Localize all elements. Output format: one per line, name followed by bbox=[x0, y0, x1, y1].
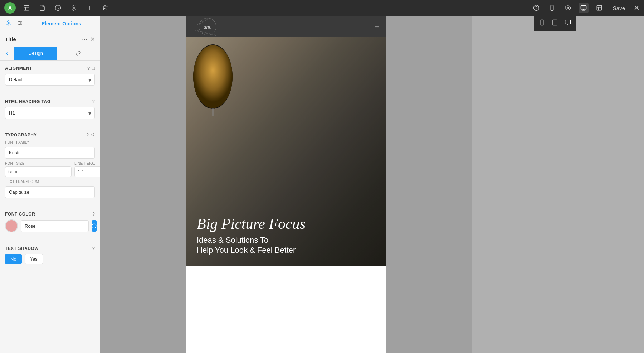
svg-rect-6 bbox=[551, 5, 553, 11]
tab-link[interactable] bbox=[57, 47, 100, 60]
panel-tabs-row: Element Options bbox=[0, 16, 100, 32]
delete-icon[interactable] bbox=[100, 3, 110, 13]
heading-tag-select-wrapper[interactable]: H1 H2 H3 bbox=[5, 107, 95, 119]
close-button[interactable]: ✕ bbox=[634, 4, 640, 12]
shadow-yes-button[interactable]: Yes bbox=[25, 254, 43, 264]
pages-icon[interactable] bbox=[37, 3, 47, 13]
hero-subtitle-line1: Ideas & Solutions To bbox=[197, 236, 268, 245]
divider-3 bbox=[5, 205, 95, 205]
more-options-icon[interactable]: ··· bbox=[82, 35, 87, 43]
hero-subtitle: Ideas & Solutions To Help You Look & Fee… bbox=[197, 235, 306, 256]
alignment-select[interactable]: Default Left Center Right bbox=[5, 74, 95, 86]
right-side bbox=[472, 16, 644, 353]
device-desktop-icon[interactable] bbox=[563, 18, 572, 29]
alignment-reset-icon[interactable]: □ bbox=[92, 66, 95, 71]
svg-rect-17 bbox=[565, 20, 571, 24]
panel-close-icon[interactable]: ✕ bbox=[90, 36, 95, 43]
mobile-preview-icon[interactable] bbox=[547, 3, 557, 13]
heading-tag-header: HTML Heading Tag ? bbox=[5, 99, 95, 104]
font-family-input[interactable] bbox=[5, 147, 95, 159]
text-transform-input[interactable] bbox=[5, 186, 95, 198]
hero-script-text: Big Picture Focus bbox=[197, 215, 306, 232]
panel-header-actions: ··· ✕ bbox=[82, 35, 95, 43]
left-panel: Element Options Title ··· ✕ Design bbox=[0, 16, 100, 353]
line-height-input[interactable] bbox=[74, 166, 100, 177]
typography-icons: ? ↺ bbox=[86, 132, 95, 137]
desktop-active-icon[interactable] bbox=[579, 3, 589, 13]
font-size-input[interactable] bbox=[5, 166, 72, 177]
svg-point-24 bbox=[19, 21, 20, 22]
svg-point-20 bbox=[8, 22, 9, 24]
svg-rect-0 bbox=[24, 5, 29, 10]
font-color-row bbox=[5, 219, 95, 232]
font-family-group: FONT FAMILY bbox=[5, 140, 95, 159]
logo-svg: ann ANOTHER MILLION MILES BIG PICTURE FO… bbox=[195, 17, 220, 37]
font-color-label: Font Color bbox=[5, 212, 35, 217]
color-name-input[interactable] bbox=[21, 220, 89, 232]
layout-icon[interactable] bbox=[594, 3, 604, 13]
panel-header: Title ··· ✕ bbox=[0, 32, 100, 47]
toolbar-right: Save ✕ bbox=[531, 3, 640, 13]
shadow-no-button[interactable]: No bbox=[5, 254, 22, 264]
font-color-header: Font Color ? bbox=[5, 211, 95, 217]
svg-point-8 bbox=[567, 7, 569, 9]
save-button[interactable]: Save bbox=[610, 4, 628, 13]
svg-rect-15 bbox=[541, 20, 543, 25]
hero-area: Big Picture Focus Ideas & Solutions To H… bbox=[186, 37, 386, 266]
font-color-help-icon[interactable]: ? bbox=[92, 211, 95, 217]
text-transform-group: TEXT TRANSFORM bbox=[5, 180, 95, 198]
tab-arrow-icon[interactable] bbox=[0, 47, 14, 60]
alignment-select-wrapper[interactable]: Default Left Center Right bbox=[5, 74, 95, 86]
eye-icon[interactable] bbox=[563, 3, 573, 13]
tab-design[interactable]: Design bbox=[14, 47, 57, 60]
typography-label: Typography bbox=[5, 132, 37, 137]
design-tabs: Design bbox=[0, 47, 100, 61]
heading-help-icon[interactable]: ? bbox=[92, 99, 95, 104]
divider-2 bbox=[5, 126, 95, 126]
site-logo: ann ANOTHER MILLION MILES BIG PICTURE FO… bbox=[193, 18, 222, 35]
layers-icon[interactable] bbox=[21, 3, 31, 13]
lamp-decor bbox=[190, 37, 236, 117]
svg-text:BIG PICTURE FOCUS: BIG PICTURE FOCUS bbox=[195, 29, 216, 36]
app-logo[interactable]: A bbox=[4, 2, 16, 14]
panel-sliders-icon[interactable] bbox=[16, 19, 24, 29]
settings-icon[interactable] bbox=[69, 3, 79, 13]
svg-rect-12 bbox=[597, 5, 602, 10]
add-icon[interactable] bbox=[84, 3, 94, 13]
text-shadow-section: Text Shadow ? No Yes bbox=[5, 246, 95, 264]
logo-text: A bbox=[8, 5, 12, 11]
site-header: ann ANOTHER MILLION MILES BIG PICTURE FO… bbox=[186, 16, 386, 37]
text-shadow-header: Text Shadow ? bbox=[5, 246, 95, 251]
svg-rect-16 bbox=[553, 20, 557, 25]
color-swatch[interactable] bbox=[5, 219, 18, 232]
text-shadow-toggle: No Yes bbox=[5, 254, 95, 264]
heading-tag-label: HTML Heading Tag bbox=[5, 99, 51, 104]
svg-point-35 bbox=[193, 45, 233, 108]
hero-subtitle-line2: Help You Look & Feel Better bbox=[197, 246, 296, 255]
text-shadow-label: Text Shadow bbox=[5, 246, 39, 251]
typography-help-icon[interactable]: ? bbox=[86, 132, 89, 137]
heading-tag-select[interactable]: H1 H2 H3 bbox=[5, 107, 95, 119]
text-shadow-help-icon[interactable]: ? bbox=[92, 246, 95, 251]
typography-header: Typography ? ↺ bbox=[5, 132, 95, 137]
device-mobile-icon[interactable] bbox=[537, 18, 547, 29]
hamburger-menu[interactable]: ≡ bbox=[375, 22, 379, 31]
svg-text:ann: ann bbox=[204, 24, 212, 30]
line-height-group: LINE HEIG... bbox=[74, 161, 100, 177]
history-icon[interactable] bbox=[53, 3, 63, 13]
panel-settings-icon[interactable] bbox=[4, 19, 13, 29]
typography-reset-icon[interactable]: ↺ bbox=[91, 132, 95, 137]
text-shadow-icons: ? bbox=[92, 246, 95, 251]
color-picker-button[interactable] bbox=[92, 220, 97, 232]
panel-body: Alignment ? □ Default Left Center Right bbox=[0, 61, 100, 353]
website-preview: ann ANOTHER MILLION MILES BIG PICTURE FO… bbox=[186, 16, 386, 353]
alignment-help-icon[interactable]: ? bbox=[87, 66, 90, 71]
svg-point-2 bbox=[73, 7, 75, 9]
device-tablet-icon[interactable] bbox=[550, 18, 560, 29]
line-height-label: LINE HEIG... bbox=[74, 161, 100, 165]
help-icon[interactable] bbox=[531, 3, 541, 13]
svg-point-26 bbox=[19, 24, 20, 25]
alignment-header: Alignment ? □ bbox=[5, 66, 95, 71]
svg-point-25 bbox=[20, 23, 21, 24]
divider-1 bbox=[5, 93, 95, 93]
